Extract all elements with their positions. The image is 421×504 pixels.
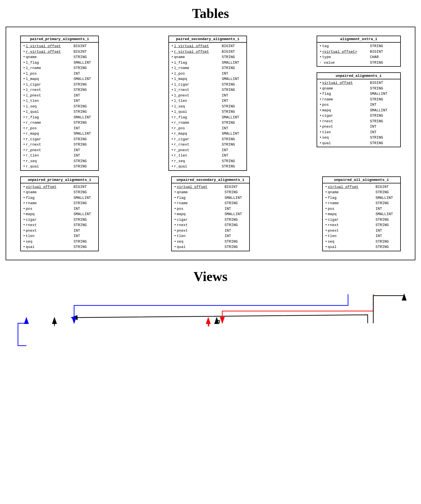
table-row: flagSMALLINT: [319, 91, 398, 97]
table-row: flagSMALLINT: [23, 195, 96, 201]
table-alignment-extra: alignment_extra_i tagSTRING <virtual_off…: [317, 36, 401, 67]
table-header-paired-primary: paired_primary_alignments_i: [21, 36, 98, 43]
table-row: r_rnameSTRING: [171, 120, 244, 126]
table-row: l_virtual_offsetBIGINT: [23, 43, 96, 49]
table-row: cigarSTRING: [174, 217, 247, 223]
table-row: l_pnextINT: [23, 93, 96, 98]
table-row: qnameSTRING: [23, 54, 96, 60]
table-row: l_rnameSTRING: [23, 65, 96, 71]
table-row: r_tlenINT: [171, 153, 244, 158]
table-row: tlenINT: [325, 233, 398, 239]
table-row: qualSTRING: [319, 141, 398, 146]
table-row: r_flagSMALLINT: [23, 115, 96, 120]
table-body-unpaired-alignments: virtual_offsetBIGINT qnameSTRING flagSMA…: [317, 79, 400, 147]
table-row: rnextSTRING: [174, 222, 247, 228]
table-row: l_posINT: [23, 71, 96, 77]
table-unpaired-all: unpaired_all_alignments_i virtual_offset…: [322, 176, 401, 251]
table-row: virtual_offsetBIGINT: [23, 184, 96, 190]
table-row: qnameSTRING: [325, 190, 398, 195]
table-body-unpaired-primary: virtual_offsetBIGINT qnameSTRING flagSMA…: [21, 183, 98, 251]
table-row: l_cigarSTRING: [23, 82, 96, 88]
table-row: l_pnextINT: [171, 93, 244, 98]
table-row: r_seqSTRING: [171, 158, 244, 164]
table-unpaired-primary: unpaired_primary_alignments_i virtual_of…: [20, 176, 99, 251]
table-row: flagSMALLINT: [174, 195, 247, 201]
table-row: r_cigarSTRING: [171, 137, 244, 142]
table-paired-primary: paired_primary_alignments_i l_virtual_of…: [20, 36, 99, 171]
table-row: pnextINT: [325, 228, 398, 234]
table-row: rnextSTRING: [325, 222, 398, 228]
table-row: r_rnextSTRING: [171, 142, 244, 148]
table-row: seqSTRING: [174, 239, 247, 245]
bottom-tables-row: unpaired_primary_alignments_i virtual_of…: [12, 174, 409, 254]
table-row: l_rnameSTRING: [171, 65, 244, 71]
table-row: mapqSMALLINT: [23, 211, 96, 217]
table-row: l_mapqSMALLINT: [23, 76, 96, 82]
table-row: r_rnameSTRING: [23, 120, 96, 126]
table-row: rnextSTRING: [319, 119, 398, 124]
table-body-unpaired-secondary: virtual_offsetBIGINT qnameSTRING flagSMA…: [172, 183, 249, 251]
table-row: l_posINT: [171, 71, 244, 77]
page-title: Tables: [0, 0, 421, 24]
table-row: cigarSTRING: [23, 217, 96, 223]
table-row: l_seqSTRING: [171, 104, 244, 109]
table-row: seqSTRING: [319, 135, 398, 141]
table-row: r_virtual_offsetBIGINT: [171, 49, 244, 55]
table-row: cigarSTRING: [319, 113, 398, 119]
table-row: qualSTRING: [325, 244, 398, 250]
table-header-unpaired-primary: unpaired_primary_alignments_i: [21, 177, 98, 183]
table-header-paired-secondary: paired_secondary_alignments_i: [169, 36, 246, 43]
table-row: posINT: [319, 102, 398, 108]
table-header-alignment-extra: alignment_extra_i: [317, 36, 400, 43]
table-row: rnameSTRING: [23, 201, 96, 206]
table-row: qualSTRING: [23, 244, 96, 250]
table-body-unpaired-all: virtual_offsetBIGINT qnameSTRING flagSMA…: [323, 183, 400, 251]
top-tables-row: paired_primary_alignments_i l_virtual_of…: [12, 33, 409, 174]
table-row: l_flagSMALLINT: [171, 60, 244, 66]
table-row: r_qualSTRING: [23, 164, 96, 169]
table-row: mapqSMALLINT: [319, 108, 398, 113]
table-row: l_tlenINT: [171, 98, 244, 104]
table-row: rnameSTRING: [174, 201, 247, 206]
table-body-paired-primary: l_virtual_offsetBIGINT r_virtual_offsetB…: [21, 43, 98, 170]
table-row: r_mapqSMALLINT: [171, 131, 244, 137]
table-row: virtual_offsetBIGINT: [174, 184, 247, 190]
table-row: rnameSTRING: [319, 97, 398, 102]
table-row: r_pnextINT: [171, 148, 244, 153]
table-paired-secondary: paired_secondary_alignments_i l_virtual_…: [168, 36, 247, 171]
table-row: r_tlenINT: [23, 153, 96, 158]
table-row: qualSTRING: [174, 244, 247, 250]
table-row: r_flagSMALLINT: [171, 115, 244, 120]
table-unpaired-secondary: unpaired_secondary_alignments_i virtual_…: [171, 176, 250, 251]
table-row: mapqSMALLINT: [325, 211, 398, 217]
table-row: qnameSTRING: [23, 190, 96, 195]
table-row: <virtual_offset>BIGINT: [319, 49, 398, 55]
table-row: r_posINT: [23, 126, 96, 131]
table-row: pnextINT: [23, 228, 96, 234]
table-row: r_virtual_offsetBIGINT: [23, 49, 96, 55]
table-row: ◦ valueSTRING: [319, 60, 398, 66]
table-header-unpaired-alignments: unpaired_alignments_i: [317, 73, 400, 79]
table-body-alignment-extra: tagSTRING <virtual_offset>BIGINT typeCHA…: [317, 43, 400, 66]
table-row: posINT: [174, 206, 247, 212]
table-row: tlenINT: [23, 233, 96, 239]
table-header-unpaired-secondary: unpaired_secondary_alignments_i: [172, 177, 249, 183]
table-row: seqSTRING: [23, 239, 96, 245]
table-row: pnextINT: [319, 124, 398, 130]
tables-container: paired_primary_alignments_i l_virtual_of…: [6, 27, 415, 260]
table-row: posINT: [23, 206, 96, 212]
table-row: l_rnextSTRING: [23, 87, 96, 93]
table-row: qnameSTRING: [319, 86, 398, 91]
table-row: l_cigarSTRING: [171, 82, 244, 88]
table-row: tagSTRING: [319, 43, 398, 49]
table-row: typeCHAR: [319, 54, 398, 60]
table-row: l_qualSTRING: [23, 109, 96, 115]
table-row: r_cigarSTRING: [23, 137, 96, 142]
table-row: virtual_offsetBIGINT: [325, 184, 398, 190]
views-title: Views: [0, 263, 421, 287]
table-row: l_rnextSTRING: [171, 87, 244, 93]
table-row: seqSTRING: [325, 239, 398, 245]
table-row: qnameSTRING: [174, 190, 247, 195]
table-row: pnextINT: [174, 228, 247, 234]
table-row: l_virtual_offsetBIGINT: [171, 43, 244, 49]
